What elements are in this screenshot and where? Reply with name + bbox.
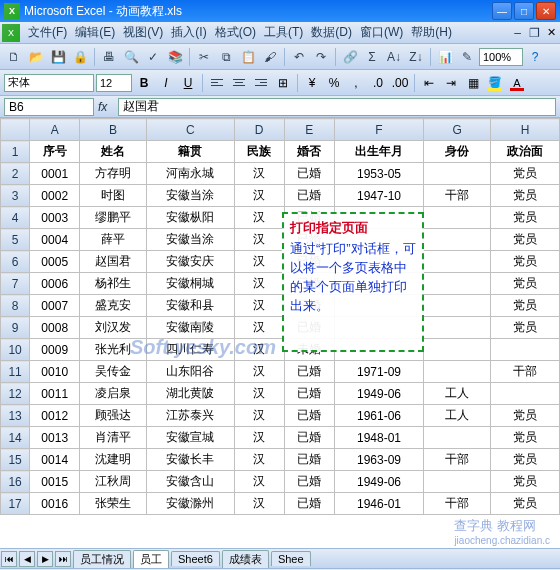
cell[interactable]: 汉 [234, 471, 284, 493]
cell[interactable]: 0011 [30, 383, 80, 405]
merge-button[interactable]: ⊞ [273, 73, 293, 93]
close-button[interactable]: ✕ [536, 2, 556, 20]
cell[interactable]: 湖北黄陂 [146, 383, 234, 405]
cell[interactable]: 吴传金 [80, 361, 147, 383]
sheet-tab[interactable]: Sheet6 [171, 551, 220, 566]
cell[interactable]: 安徽安庆 [146, 251, 234, 273]
formula-bar[interactable]: 赵国君 [118, 98, 556, 116]
col-E[interactable]: E [284, 119, 334, 141]
spell-icon[interactable]: ✓ [143, 47, 163, 67]
print-icon[interactable]: 🖶 [99, 47, 119, 67]
cell[interactable]: 汉 [234, 163, 284, 185]
table-row[interactable]: 60005赵国君安徽安庆汉已婚党员 [1, 251, 560, 273]
cell[interactable]: 缪鹏平 [80, 207, 147, 229]
align-center-button[interactable] [229, 73, 249, 93]
save-icon[interactable]: 💾 [48, 47, 68, 67]
cell[interactable]: 0009 [30, 339, 80, 361]
cell[interactable]: 刘汉发 [80, 317, 147, 339]
borders-button[interactable]: ▦ [463, 73, 483, 93]
row-header[interactable]: 6 [1, 251, 30, 273]
fx-icon[interactable]: fx [98, 100, 114, 114]
cell[interactable]: 安徽枞阳 [146, 207, 234, 229]
cell[interactable]: 党员 [491, 185, 560, 207]
sheet-tab[interactable]: 成绩表 [222, 550, 269, 568]
cell[interactable] [491, 339, 560, 361]
doc-minimize[interactable]: – [510, 24, 525, 42]
cell[interactable]: 安徽当涂 [146, 185, 234, 207]
table-row[interactable]: 150014沈建明安徽长丰汉已婚1963-09干部党员 [1, 449, 560, 471]
cell[interactable]: 已婚 [284, 493, 334, 515]
cell[interactable] [424, 163, 491, 185]
underline-button[interactable]: U [178, 73, 198, 93]
cell[interactable]: 汉 [234, 295, 284, 317]
cell[interactable]: 1948-01 [334, 427, 424, 449]
col-F[interactable]: F [334, 119, 424, 141]
table-row[interactable]: 70006杨祁生安徽桐城汉已婚党员 [1, 273, 560, 295]
worksheet-grid[interactable]: A B C D E F G H 1 序号 姓名 籍贯 民族 婚否 出生年月 身份… [0, 118, 560, 548]
doc-restore[interactable]: ❐ [525, 24, 544, 42]
cell[interactable]: 工人 [424, 383, 491, 405]
cell[interactable]: 已婚 [284, 427, 334, 449]
new-icon[interactable]: 🗋 [4, 47, 24, 67]
cell[interactable] [424, 295, 491, 317]
cell[interactable]: 已婚 [284, 449, 334, 471]
undo-icon[interactable]: ↶ [289, 47, 309, 67]
cell[interactable]: 安徽桐城 [146, 273, 234, 295]
cell[interactable]: 河南永城 [146, 163, 234, 185]
minimize-button[interactable]: — [492, 2, 512, 20]
cell[interactable]: 党员 [491, 207, 560, 229]
select-all-corner[interactable] [1, 119, 30, 141]
help-icon[interactable]: ? [525, 47, 545, 67]
name-box[interactable]: B6 [4, 98, 94, 116]
cell[interactable]: 干部 [424, 449, 491, 471]
percent-button[interactable]: % [324, 73, 344, 93]
cell[interactable]: 汉 [234, 207, 284, 229]
cell[interactable]: 张光利 [80, 339, 147, 361]
cell[interactable]: 四川仁寿 [146, 339, 234, 361]
cell[interactable]: 干部 [424, 185, 491, 207]
table-row[interactable]: 80007盛克安安徽和县汉已婚党员 [1, 295, 560, 317]
cell[interactable]: 党员 [491, 405, 560, 427]
row-header[interactable]: 13 [1, 405, 30, 427]
col-D[interactable]: D [234, 119, 284, 141]
cell[interactable]: 0014 [30, 449, 80, 471]
cell[interactable]: 汉 [234, 273, 284, 295]
cell[interactable]: 汉 [234, 449, 284, 471]
cell[interactable]: 党员 [491, 295, 560, 317]
col-B[interactable]: B [80, 119, 147, 141]
col-H[interactable]: H [491, 119, 560, 141]
align-left-button[interactable] [207, 73, 227, 93]
align-right-button[interactable] [251, 73, 271, 93]
cell[interactable]: 党员 [491, 273, 560, 295]
permission-icon[interactable]: 🔒 [70, 47, 90, 67]
dec-decimal-button[interactable]: .00 [390, 73, 410, 93]
header-row[interactable]: 1 序号 姓名 籍贯 民族 婚否 出生年月 身份 政治面 [1, 141, 560, 163]
sort-desc-icon[interactable]: Z↓ [406, 47, 426, 67]
cell[interactable]: 安徽滁州 [146, 493, 234, 515]
column-headers[interactable]: A B C D E F G H [1, 119, 560, 141]
cell[interactable]: 已婚 [284, 383, 334, 405]
cell[interactable] [424, 339, 491, 361]
font-selector[interactable]: 宋体 [4, 74, 94, 92]
cut-icon[interactable]: ✂ [194, 47, 214, 67]
maximize-button[interactable]: □ [514, 2, 534, 20]
cell[interactable]: 汉 [234, 405, 284, 427]
cell[interactable]: 已婚 [284, 163, 334, 185]
row-header[interactable]: 12 [1, 383, 30, 405]
cell[interactable]: 0010 [30, 361, 80, 383]
cell[interactable]: 0012 [30, 405, 80, 427]
sheet-tab[interactable]: 员工 [133, 550, 169, 568]
size-selector[interactable]: 12 [96, 74, 132, 92]
cell[interactable]: 0007 [30, 295, 80, 317]
cell[interactable]: 0003 [30, 207, 80, 229]
cell[interactable]: 1963-09 [334, 449, 424, 471]
row-header[interactable]: 4 [1, 207, 30, 229]
cell[interactable]: 0002 [30, 185, 80, 207]
cell[interactable]: 1947-10 [334, 185, 424, 207]
cell[interactable]: 汉 [234, 427, 284, 449]
cell[interactable]: 0005 [30, 251, 80, 273]
inc-indent-button[interactable]: ⇥ [441, 73, 461, 93]
row-header[interactable]: 2 [1, 163, 30, 185]
copy-icon[interactable]: ⧉ [216, 47, 236, 67]
cell[interactable]: 党员 [491, 427, 560, 449]
